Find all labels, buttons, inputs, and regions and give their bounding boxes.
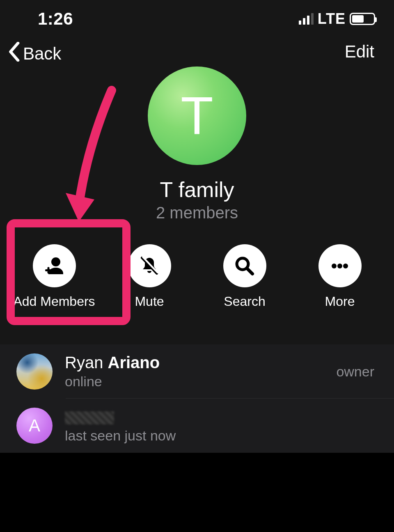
member-status: last seen just now bbox=[65, 428, 378, 444]
back-label: Back bbox=[23, 44, 61, 64]
status-time: 1:26 bbox=[38, 9, 73, 29]
svg-point-8 bbox=[337, 264, 342, 268]
member-role: owner bbox=[336, 364, 374, 380]
add-members-label: Add Members bbox=[13, 294, 95, 309]
search-button[interactable]: Search bbox=[202, 244, 288, 309]
status-bar: 1:26 LTE bbox=[0, 0, 394, 38]
network-label: LTE bbox=[318, 10, 346, 28]
mute-icon bbox=[128, 244, 171, 287]
edit-button[interactable]: Edit bbox=[345, 42, 374, 62]
signal-icon bbox=[299, 13, 314, 25]
svg-point-0 bbox=[51, 257, 60, 266]
search-label: Search bbox=[224, 294, 265, 309]
member-name-redacted bbox=[65, 408, 378, 426]
add-members-button[interactable]: Add Members bbox=[11, 244, 97, 309]
members-list: Ryan Ariano online owner A last seen jus… bbox=[0, 344, 394, 453]
more-button[interactable]: More bbox=[297, 244, 383, 309]
more-icon bbox=[318, 244, 362, 287]
member-status: online bbox=[65, 374, 336, 390]
nav-bar: Back Edit bbox=[0, 38, 394, 71]
add-members-icon bbox=[33, 244, 76, 287]
back-button[interactable]: Back bbox=[8, 42, 61, 66]
mute-label: Mute bbox=[135, 294, 164, 309]
more-label: More bbox=[325, 294, 355, 309]
mute-button[interactable]: Mute bbox=[106, 244, 192, 309]
group-name: T family bbox=[0, 177, 394, 202]
svg-line-6 bbox=[247, 268, 252, 274]
group-header: T T family 2 members bbox=[0, 66, 394, 222]
battery-icon bbox=[350, 13, 375, 25]
actions-row: Add Members Mute Search More bbox=[0, 244, 394, 326]
group-avatar[interactable]: T bbox=[148, 66, 246, 165]
status-indicators: LTE bbox=[299, 10, 375, 28]
member-avatar bbox=[16, 353, 53, 390]
search-icon bbox=[223, 244, 266, 287]
group-avatar-initial: T bbox=[181, 89, 213, 142]
member-count: 2 members bbox=[0, 204, 394, 222]
svg-point-7 bbox=[332, 264, 337, 268]
member-row[interactable]: Ryan Ariano online owner bbox=[0, 344, 394, 399]
bottom-spacer bbox=[0, 453, 394, 532]
svg-point-9 bbox=[343, 264, 348, 268]
chevron-left-icon bbox=[8, 42, 20, 66]
member-avatar: A bbox=[16, 408, 53, 444]
member-name: Ryan Ariano bbox=[65, 353, 336, 372]
member-row[interactable]: A last seen just now bbox=[0, 399, 394, 453]
svg-rect-2 bbox=[48, 267, 50, 273]
